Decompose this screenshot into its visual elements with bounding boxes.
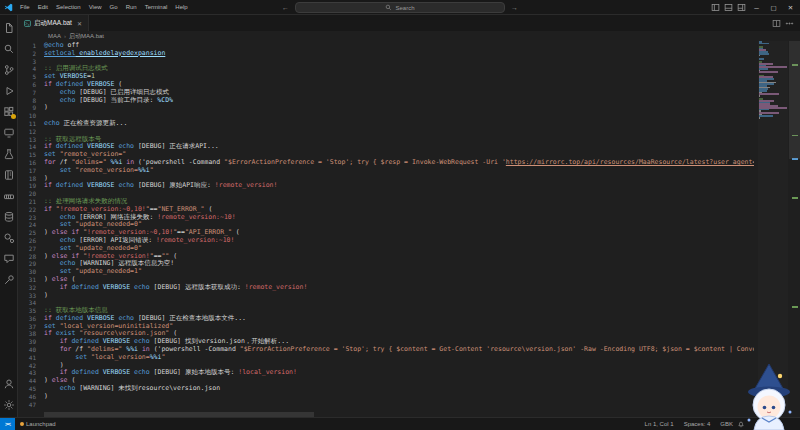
search-icon	[385, 4, 392, 11]
activity-notebook[interactable]	[0, 164, 18, 185]
nav-back-button[interactable]: ←	[282, 2, 289, 13]
activity-run-debug[interactable]	[0, 80, 18, 101]
code-line[interactable]: 30 set "update_needed=1"	[18, 268, 754, 276]
code-line[interactable]: 17 set "remote_version=%%i"	[18, 167, 754, 175]
line-number: 30	[18, 268, 44, 276]
line-number: 37	[18, 323, 44, 331]
code-line[interactable]: 47	[18, 401, 754, 409]
activity-testing[interactable]	[0, 143, 18, 164]
line-number: 3	[18, 58, 44, 66]
menu-run[interactable]: Run	[122, 4, 141, 10]
activity-search[interactable]	[0, 38, 18, 59]
line-number: 39	[18, 338, 44, 346]
code-line[interactable]: 32 if defined VERBOSE echo [DEBUG] 远程版本获…	[18, 284, 754, 292]
activity-extensions[interactable]	[0, 101, 18, 122]
code-line[interactable]: 9)	[18, 104, 754, 112]
code-lines[interactable]: 1@echo off2setlocal enabledelayedexpansi…	[18, 42, 754, 411]
search-box[interactable]: Search	[295, 2, 505, 13]
code-line[interactable]: 10	[18, 112, 754, 120]
horizontal-scrollbar[interactable]	[44, 412, 754, 417]
activity-source-control[interactable]	[0, 59, 18, 80]
menu-selection[interactable]: Selection	[52, 4, 85, 10]
code-line[interactable]: 5set VERBOSE=1	[18, 73, 754, 81]
activity-account[interactable]	[0, 373, 18, 394]
tab-file[interactable]: 启动MAA.bat ✕	[18, 15, 89, 31]
tab-bar: 启动MAA.bat ✕	[18, 15, 800, 31]
code-line[interactable]: 46)	[18, 393, 754, 401]
line-number: 44	[18, 377, 44, 385]
code-line[interactable]: 2setlocal enabledelayedexpansion	[18, 50, 754, 58]
breadcrumb-item[interactable]: 启动MAA.bat	[69, 32, 104, 41]
activity-remote-explorer[interactable]	[0, 122, 18, 143]
batch-file-icon	[24, 20, 31, 27]
menu-view[interactable]: View	[85, 4, 106, 10]
close-button[interactable]: ✕	[783, 0, 798, 15]
code-line[interactable]: 19if defined VERBOSE echo [DEBUG] 原始API响…	[18, 182, 754, 190]
line-number: 12	[18, 128, 44, 136]
code-line[interactable]: 33)	[18, 292, 754, 300]
activity-docker[interactable]	[0, 185, 18, 206]
more-actions-icon[interactable]	[785, 19, 794, 28]
activity-settings[interactable]	[0, 394, 18, 415]
code-line[interactable]: 34	[18, 299, 754, 307]
remote-indicator[interactable]: ><	[0, 418, 15, 430]
customize-layout-icon[interactable]	[736, 2, 747, 13]
menu-edit[interactable]: Edit	[34, 4, 52, 10]
line-number: 43	[18, 369, 44, 377]
status-item[interactable]: Ln 1, Col 1	[640, 421, 679, 427]
code-line[interactable]: 3	[18, 58, 754, 66]
line-number: 46	[18, 393, 44, 401]
menu-terminal[interactable]: Terminal	[141, 4, 172, 10]
menu-help[interactable]: Help	[171, 4, 191, 10]
code-line[interactable]: 11echo 正在检查资源更新...	[18, 120, 754, 128]
line-number: 36	[18, 315, 44, 323]
status-item[interactable]: Spaces: 4	[679, 421, 716, 427]
line-number: 11	[18, 120, 44, 128]
code-line[interactable]: 12	[18, 128, 754, 136]
line-content: if defined VERBOSE echo [DEBUG] 原始本地版本号:…	[44, 369, 297, 377]
activity-database[interactable]	[0, 206, 18, 227]
activity-chat[interactable]	[0, 248, 18, 269]
code-line[interactable]: 14if defined VERBOSE echo [DEBUG] 正在请求AP…	[18, 143, 754, 151]
line-number: 22	[18, 206, 44, 214]
maximize-button[interactable]: ▢	[766, 0, 781, 15]
menu-file[interactable]: File	[16, 4, 34, 10]
line-number: 40	[18, 346, 44, 354]
line-number: 17	[18, 167, 44, 175]
split-editor-icon[interactable]	[772, 19, 781, 28]
breadcrumb-item[interactable]: MAA	[48, 33, 61, 39]
code-line[interactable]: 45 echo [WARNING] 未找到resource\version.js…	[18, 385, 754, 393]
vertical-scrollbar[interactable]	[789, 41, 800, 159]
activity-explorer[interactable]	[0, 17, 18, 38]
menu-bar: FileEditSelectionViewGoRunTerminalHelp	[16, 0, 192, 14]
line-number: 38	[18, 330, 44, 338]
line-number: 1	[18, 42, 44, 50]
code-line[interactable]: 20	[18, 190, 754, 198]
title-bar: FileEditSelectionViewGoRunTerminalHelp ←…	[0, 0, 800, 15]
code-line[interactable]: 4:: 启用调试日志模式	[18, 65, 754, 73]
minimap[interactable]	[758, 41, 788, 411]
activity-tools[interactable]	[0, 269, 18, 290]
line-number: 14	[18, 143, 44, 151]
line-content: )	[44, 393, 48, 401]
toggle-sidebar-icon[interactable]	[710, 2, 721, 13]
code-line[interactable]: 41 set "local_version=%%i"	[18, 354, 754, 362]
vscode-window: FileEditSelectionViewGoRunTerminalHelp ←…	[0, 0, 800, 430]
line-number: 29	[18, 260, 44, 268]
editor[interactable]: 1@echo off2setlocal enabledelayedexpansi…	[18, 41, 800, 417]
tab-close-icon[interactable]: ✕	[77, 20, 82, 27]
activity-bar	[0, 15, 18, 417]
minimize-button[interactable]: ─	[749, 0, 764, 15]
nav-forward-button[interactable]: →	[511, 2, 518, 13]
menu-go[interactable]: Go	[106, 4, 122, 10]
activity-github-actions[interactable]	[0, 227, 18, 248]
code-line[interactable]: 43 if defined VERBOSE echo [DEBUG] 原始本地版…	[18, 369, 754, 377]
line-number: 26	[18, 237, 44, 245]
activity-bar-bottom	[0, 373, 18, 415]
status-bar: >< Launchpad Ln 1, Col 1Spaces: 4GBK	[0, 417, 800, 430]
toggle-panel-icon[interactable]	[723, 2, 734, 13]
status-item-launchpad[interactable]: Launchpad	[15, 421, 61, 427]
line-content: echo [DEBUG] 当前工作目录: %CD%	[44, 97, 173, 105]
line-number: 6	[18, 81, 44, 89]
code-line[interactable]: 8 echo [DEBUG] 当前工作目录: %CD%	[18, 97, 754, 105]
